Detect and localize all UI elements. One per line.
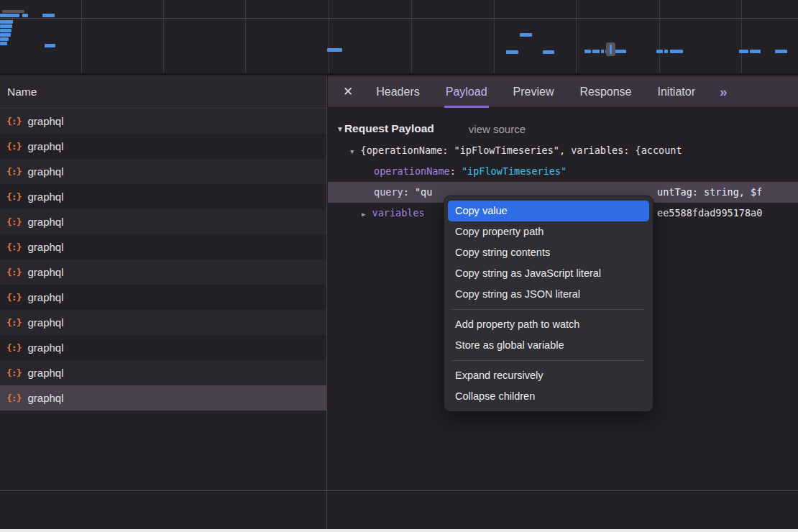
tab-initiator[interactable]: Initiator — [656, 76, 697, 108]
timeline-request-bar — [775, 50, 787, 53]
json-braces-icon: {:} — [6, 141, 21, 152]
request-row[interactable]: {:}graphql — [0, 285, 326, 310]
request-name-label: graphql — [27, 291, 63, 303]
request-name-label: graphql — [27, 241, 63, 253]
request-row[interactable]: {:}graphql — [0, 385, 326, 411]
request-name-label: graphql — [27, 392, 63, 404]
tab-payload[interactable]: Payload — [444, 76, 489, 108]
menu-item-copy-string-as-json-literal[interactable]: Copy string as JSON literal — [448, 284, 649, 305]
timeline-request-bar — [670, 50, 683, 53]
menu-item-collapse-children[interactable]: Collapse children — [448, 386, 649, 407]
request-name-label: graphql — [27, 316, 63, 329]
timeline-request-bar — [601, 50, 604, 53]
payload-root-row[interactable]: ▼ {operationName: "ipFlowTimeseries", va… — [328, 140, 798, 161]
request-row[interactable]: {:}graphql — [0, 134, 326, 159]
request-row[interactable]: {:}graphql — [0, 159, 326, 184]
timeline-request-bar — [45, 44, 55, 47]
collapse-arrow-icon[interactable]: ▼ — [336, 125, 344, 133]
timeline-gridline — [411, 0, 412, 73]
page-bottom-edge — [0, 529, 798, 532]
json-braces-icon: {:} — [6, 317, 21, 328]
colon: : — [403, 186, 415, 198]
menu-separator — [452, 360, 645, 361]
timeline-request-bar — [506, 50, 518, 54]
network-overview-timeline[interactable] — [0, 0, 798, 75]
timeline-request-bar — [2, 10, 24, 13]
view-source-link[interactable]: view source — [469, 123, 526, 135]
timeline-gridline — [163, 0, 164, 73]
timeline-request-bar — [0, 29, 12, 32]
json-braces-icon: {:} — [6, 242, 21, 252]
request-name-label: graphql — [27, 165, 63, 178]
timeline-gridline — [329, 0, 329, 73]
timeline-request-bar — [0, 24, 12, 28]
tab-preview[interactable]: Preview — [512, 76, 556, 108]
menu-item-store-as-global-variable[interactable]: Store as global variable — [448, 335, 649, 356]
timeline-gridline — [81, 0, 82, 73]
request-list: {:}graphql{:}graphql{:}graphql{:}graphql… — [0, 109, 326, 411]
json-braces-icon: {:} — [6, 292, 21, 303]
menu-item-copy-value[interactable]: Copy value — [448, 201, 649, 221]
menu-separator — [452, 309, 645, 310]
timeline-request-bar — [42, 14, 55, 17]
timeline-request-bar — [584, 50, 591, 53]
property-key: operationName — [374, 165, 450, 177]
timeline-request-bar — [22, 14, 28, 17]
json-braces-icon: {:} — [6, 393, 21, 403]
json-braces-icon: {:} — [6, 267, 21, 278]
timeline-request-bar — [0, 37, 9, 41]
timeline-request-bar — [0, 33, 11, 37]
json-braces-icon: {:} — [6, 116, 21, 127]
footer-divider — [0, 490, 798, 491]
timeline-gridline — [494, 0, 495, 73]
request-row[interactable]: {:}graphql — [0, 360, 326, 385]
timeline-request-bar — [543, 50, 554, 54]
timeline-request-bar — [0, 14, 19, 17]
timeline-gridline — [659, 0, 660, 73]
devtools-network-panel: Name {:}graphql{:}graphql{:}graphql{:}gr… — [0, 0, 798, 532]
colon: : — [450, 165, 462, 177]
timeline-request-bar — [0, 20, 13, 24]
timeline-horizontal-gridline — [0, 18, 798, 19]
tabs-container: HeadersPayloadPreviewResponseInitiator — [375, 76, 720, 108]
request-name-label: graphql — [27, 367, 63, 379]
property-value-right: untTag: string, $f — [657, 182, 762, 203]
expanded-arrow-icon[interactable]: ▼ — [350, 148, 354, 155]
tab-response[interactable]: Response — [578, 76, 633, 108]
request-row[interactable]: {:}graphql — [0, 234, 326, 260]
request-row[interactable]: {:}graphql — [0, 184, 326, 209]
timeline-cursor-line — [610, 45, 612, 54]
json-braces-icon: {:} — [6, 216, 21, 227]
menu-item-add-property-path-to-watch[interactable]: Add property path to watch — [448, 314, 649, 335]
collapsed-arrow-icon[interactable]: ▶ — [362, 211, 365, 218]
menu-item-expand-recursively[interactable]: Expand recursively — [448, 365, 649, 386]
request-name-label: graphql — [27, 341, 63, 354]
close-icon[interactable]: ✕ — [343, 84, 353, 99]
request-name-label: graphql — [27, 216, 63, 228]
request-row[interactable]: {:}graphql — [0, 109, 326, 134]
request-payload-section-header: ▼ Request Payload view source — [328, 117, 798, 140]
more-tabs-icon[interactable]: » — [720, 84, 726, 100]
timeline-request-bar — [327, 48, 342, 52]
timeline-gridline — [576, 0, 577, 73]
request-row[interactable]: {:}graphql — [0, 335, 326, 360]
request-row[interactable]: {:}graphql — [0, 209, 326, 234]
json-braces-icon: {:} — [6, 166, 21, 177]
request-payload-title: Request Payload — [344, 122, 434, 135]
request-row[interactable]: {:}graphql — [0, 260, 326, 285]
timeline-cursor-marker[interactable] — [606, 42, 615, 56]
json-braces-icon: {:} — [6, 191, 21, 202]
timeline-request-bar — [615, 50, 626, 53]
menu-item-copy-string-as-javascript-literal[interactable]: Copy string as JavaScript literal — [448, 263, 649, 284]
tab-headers[interactable]: Headers — [375, 76, 421, 108]
timeline-request-bar — [0, 42, 7, 45]
menu-item-copy-string-contents[interactable]: Copy string contents — [448, 242, 649, 263]
menu-item-copy-property-path[interactable]: Copy property path — [448, 221, 649, 242]
operation-name-row[interactable]: operationName: "ipFlowTimeseries" — [328, 161, 798, 182]
request-row[interactable]: {:}graphql — [0, 310, 326, 335]
json-braces-icon: {:} — [6, 342, 21, 353]
timeline-request-bar — [664, 50, 668, 53]
timeline-gridline — [245, 0, 246, 73]
request-name-label: graphql — [27, 191, 63, 203]
name-column-header[interactable]: Name — [0, 76, 326, 109]
